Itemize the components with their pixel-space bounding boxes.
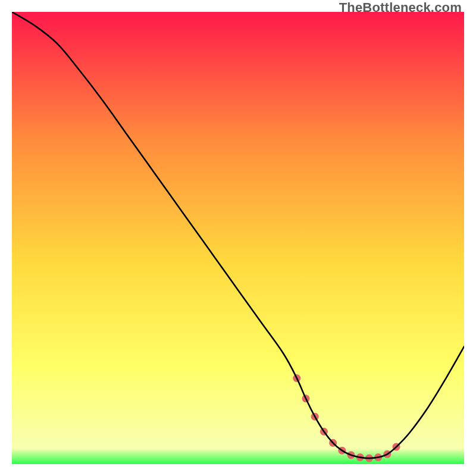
chart-svg — [12, 12, 464, 464]
chart-container: TheBottleneck.com — [0, 0, 476, 476]
plot-area — [12, 12, 464, 464]
gradient-background — [12, 12, 464, 464]
